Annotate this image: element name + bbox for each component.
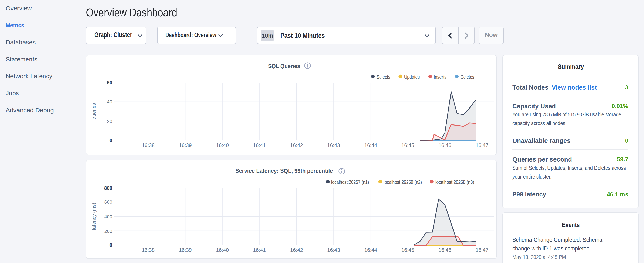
svg-text:localhost:26257 (n1): localhost:26257 (n1): [331, 179, 369, 185]
svg-text:200: 200: [104, 228, 112, 234]
svg-text:Inserts: Inserts: [434, 74, 446, 80]
svg-text:20: 20: [107, 119, 112, 124]
svg-text:16:43: 16:43: [327, 247, 340, 253]
svg-text:16:45: 16:45: [402, 247, 414, 253]
svg-text:16:39: 16:39: [179, 142, 192, 148]
svg-text:16:40: 16:40: [216, 247, 229, 253]
svg-text:16:41: 16:41: [253, 142, 266, 148]
svg-text:16:39: 16:39: [179, 247, 192, 253]
svg-text:400: 400: [104, 214, 112, 219]
svg-text:queries: queries: [91, 103, 97, 119]
svg-text:localhost:26258 (n3): localhost:26258 (n3): [436, 179, 474, 185]
svg-text:16:42: 16:42: [290, 142, 303, 148]
svg-text:16:44: 16:44: [364, 247, 377, 253]
svg-text:16:47: 16:47: [476, 247, 488, 253]
svg-text:latency (ms): latency (ms): [91, 203, 97, 230]
svg-text:Deletes: Deletes: [460, 74, 474, 80]
svg-text:60: 60: [107, 80, 112, 86]
svg-text:16:47: 16:47: [476, 142, 488, 148]
svg-text:Selects: Selects: [376, 74, 390, 80]
svg-text:0: 0: [110, 138, 112, 143]
svg-text:16:46: 16:46: [438, 142, 451, 148]
svg-text:16:46: 16:46: [438, 247, 451, 253]
svg-text:16:43: 16:43: [327, 142, 340, 148]
svg-text:40: 40: [107, 99, 112, 105]
svg-text:800: 800: [104, 185, 112, 191]
svg-text:16:41: 16:41: [253, 247, 266, 253]
svg-text:16:38: 16:38: [142, 247, 154, 253]
svg-text:16:45: 16:45: [402, 142, 414, 148]
svg-text:16:38: 16:38: [142, 142, 154, 148]
svg-text:16:44: 16:44: [364, 142, 377, 148]
svg-text:Updates: Updates: [404, 74, 420, 80]
svg-text:0: 0: [110, 242, 112, 248]
svg-text:600: 600: [104, 199, 112, 205]
svg-text:localhost:26259 (n2): localhost:26259 (n2): [384, 179, 422, 185]
svg-text:16:40: 16:40: [216, 142, 229, 148]
svg-text:16:42: 16:42: [290, 247, 303, 253]
